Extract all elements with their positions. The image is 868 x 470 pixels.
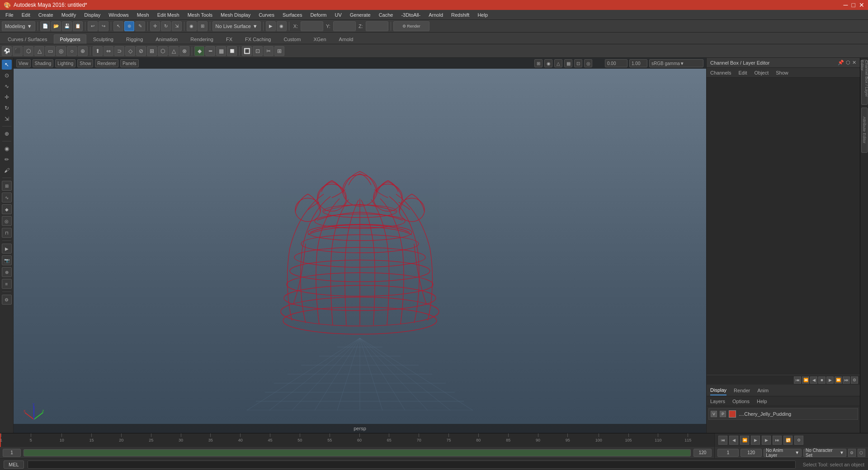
tl-loop[interactable]: 🔁 [783, 436, 793, 445]
menu-arnold[interactable]: Arnold [425, 11, 447, 19]
poly-triangulate-button[interactable]: △ [169, 46, 179, 56]
command-line-input[interactable] [28, 461, 796, 469]
menu-cache[interactable]: Cache [375, 11, 397, 19]
timeline-track[interactable]: 1510152025303540455055606570758085909510… [0, 433, 714, 447]
cam-tools-lt[interactable]: 📷 [2, 255, 12, 265]
tab-fx[interactable]: FX [220, 34, 238, 44]
soft-mod-lt[interactable]: ◉ [2, 144, 12, 154]
poly-extrude-button[interactable]: ⬆ [93, 46, 103, 56]
menu-edit[interactable]: Edit [18, 11, 34, 19]
paint-select-lt[interactable]: ⊙ [2, 70, 12, 80]
poly-select-uv-button[interactable]: 🔲 [227, 46, 237, 56]
tab-sculpting[interactable]: Sculpting [87, 34, 119, 44]
transport-prev[interactable]: ⏪ [802, 376, 809, 384]
x-input[interactable] [301, 21, 323, 31]
obj-settings-lt[interactable]: ⚙ [2, 295, 12, 305]
mel-button[interactable]: MEL [4, 461, 24, 469]
range-full-end[interactable]: 120 [741, 449, 762, 457]
tl-prev-key[interactable]: ⏮ [718, 436, 727, 445]
transport-next[interactable]: ⏩ [835, 376, 842, 384]
tl-play[interactable]: ▶ [751, 436, 760, 445]
poly-subdivide-button[interactable]: ⊞ [147, 46, 157, 56]
layer-subtab-layers[interactable]: Layers [710, 399, 725, 404]
panel-pin-button[interactable]: 📌 [838, 60, 844, 66]
rotate-tool-button[interactable]: ↻ [161, 21, 171, 31]
tab-xgen[interactable]: XGen [307, 34, 332, 44]
rotate-lt[interactable]: ↻ [2, 103, 12, 113]
range-slider[interactable] [24, 449, 691, 456]
move-lt[interactable]: ✛ [2, 92, 12, 102]
vp-gamma-mode[interactable]: sRGB gamma▼ [649, 59, 703, 67]
new-scene-button[interactable]: 📄 [40, 21, 50, 31]
layer-item[interactable]: V P ....Chery_Jelly_Pudding [708, 408, 858, 420]
tab-rendering[interactable]: Rendering [184, 34, 219, 44]
poly-bevel-button[interactable]: ◇ [125, 46, 135, 56]
panel-expand-button[interactable]: ⬡ [846, 60, 850, 66]
transport-prev-prev[interactable]: ⏮ [794, 376, 801, 384]
tab-polygons[interactable]: Polygons [54, 34, 86, 44]
vp-panels-menu[interactable]: Panels [120, 59, 139, 67]
poly-boolean-button[interactable]: ⊗ [179, 46, 189, 56]
menu-curves[interactable]: Curves [255, 11, 278, 19]
layer-tab-anim[interactable]: Anim [757, 386, 769, 395]
show-manip-lt[interactable]: ⊕ [2, 129, 12, 139]
vp-icon4[interactable]: ▦ [564, 59, 572, 67]
paint-lt[interactable]: 🖌 [2, 165, 12, 175]
character-set-dropdown[interactable]: No Character Set▼ [803, 449, 846, 457]
open-scene-button[interactable]: 📂 [51, 21, 61, 31]
object-tab[interactable]: Object [754, 69, 769, 76]
poly-cylinder-button[interactable]: ⬡ [24, 46, 33, 56]
save-scene-button[interactable]: 💾 [62, 21, 72, 31]
menu-3dto-all[interactable]: -3DtoAll- [397, 11, 424, 19]
undo-button[interactable]: ↩ [88, 21, 98, 31]
range-end-input[interactable]: 120 [693, 449, 712, 457]
scale-tool-button[interactable]: ⇲ [172, 21, 182, 31]
move-tool-button[interactable]: ✛ [150, 21, 160, 31]
title-bar-controls[interactable]: ─ □ ✕ [844, 1, 864, 9]
menu-edit-mesh[interactable]: Edit Mesh [154, 11, 183, 19]
paint-select-button[interactable]: ✎ [135, 21, 145, 31]
tl-prev-frame[interactable]: ◀ [729, 436, 738, 445]
vp-icon6[interactable]: ◎ [584, 59, 592, 67]
tab-arnold[interactable]: Arnold [333, 34, 359, 44]
layer-playback[interactable]: P [720, 411, 726, 417]
menu-help[interactable]: Help [474, 11, 491, 19]
range-start-input[interactable]: 1 [3, 449, 21, 457]
edit-tab[interactable]: Edit [738, 69, 747, 76]
vp-exposure[interactable]: 0.00 [605, 59, 627, 67]
poly-merge-button[interactable]: ⊃ [114, 46, 124, 56]
mode-dropdown[interactable]: Modeling ▼ [2, 21, 35, 31]
sculpt-lt[interactable]: ✏ [2, 155, 12, 164]
menu-redshift[interactable]: Redshift [448, 11, 473, 19]
vp-view-menu[interactable]: View [16, 59, 31, 67]
vp-icon2[interactable]: ◉ [544, 59, 552, 67]
vp-icon3[interactable]: △ [554, 59, 562, 67]
menu-mesh-display[interactable]: Mesh Display [217, 11, 254, 19]
menu-mesh[interactable]: Mesh [133, 11, 153, 19]
render-settings-area[interactable]: ⚙ Render [393, 21, 429, 31]
tl-settings[interactable]: ⚙ [794, 436, 803, 445]
z-input[interactable] [366, 21, 388, 31]
layer-subtab-help[interactable]: Help [757, 399, 767, 404]
vp-icon5[interactable]: ⊡ [574, 59, 582, 67]
snap-view-lt[interactable]: ◎ [2, 216, 12, 226]
transport-play[interactable]: ▶ [826, 376, 834, 384]
poly-layout-button[interactable]: ⊞ [274, 46, 284, 56]
poly-bridge-button[interactable]: ⇔ [104, 46, 113, 56]
channel-box-collapse-tab[interactable]: Channel Box / Layer Editor [861, 60, 868, 105]
vp-show-menu[interactable]: Show [77, 59, 93, 67]
tab-fx-caching[interactable]: FX Caching [239, 34, 277, 44]
menu-surfaces[interactable]: Surfaces [279, 11, 306, 19]
transport-stop[interactable]: ■ [818, 376, 826, 384]
tab-curves-surfaces[interactable]: Curves / Surfaces [2, 34, 53, 44]
layer-tab-display[interactable]: Display [710, 385, 726, 395]
select-tool-lt[interactable]: ↖ [2, 60, 12, 70]
close-button[interactable]: ✕ [859, 1, 864, 9]
poly-sphere-button[interactable]: ⚽ [2, 46, 12, 56]
tl-next-frame[interactable]: ▶ [762, 436, 771, 445]
poly-helix-button[interactable]: ⊕ [78, 46, 88, 56]
lasso-select-button[interactable]: ⊛ [124, 21, 134, 31]
menu-windows[interactable]: Windows [105, 11, 132, 19]
poly-torus-button[interactable]: ◎ [56, 46, 66, 56]
snap-curve-lt[interactable]: ∿ [2, 193, 12, 202]
